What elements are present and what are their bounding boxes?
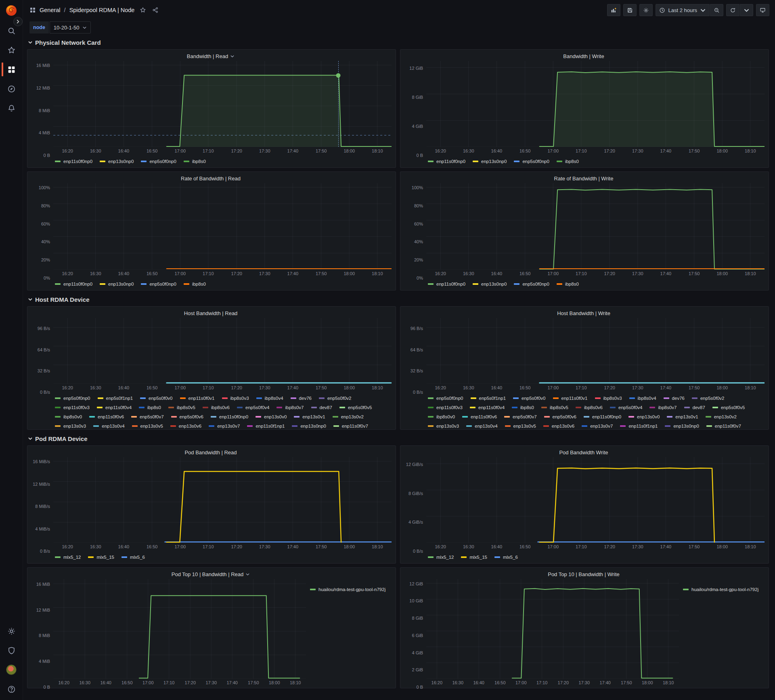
plot-area[interactable] <box>53 61 392 147</box>
panel-title[interactable]: Pod Bandwidth Write <box>403 448 765 457</box>
plot-area[interactable] <box>426 183 765 270</box>
legend-item[interactable]: huailou/rdma-test-gpu-tool-n792j <box>310 585 385 593</box>
legend-item[interactable]: enp5s0f0v0 <box>140 393 172 403</box>
panel-title[interactable]: Bandwidth | Read <box>30 52 392 61</box>
legend-item[interactable]: ibp8s0v5 <box>168 403 195 412</box>
legend-item[interactable]: enp11s0f0v6 <box>462 412 497 421</box>
legend-item[interactable]: ibp8s0 <box>184 157 206 166</box>
plot-area[interactable] <box>53 579 306 679</box>
legend-item[interactable]: dev76 <box>291 393 312 403</box>
legend-item[interactable]: enp13s0np0 <box>473 157 507 166</box>
sidebar-item-profile[interactable] <box>0 664 23 675</box>
legend-item[interactable]: enp5s0f0np0 <box>141 157 176 166</box>
legend-item[interactable]: enp13s0v6 <box>543 421 574 428</box>
refresh-button[interactable] <box>726 4 739 16</box>
legend-item[interactable]: mlx5_15 <box>461 552 487 562</box>
plot-area[interactable] <box>53 457 392 543</box>
legend-item[interactable]: enp13s0np0 <box>473 279 507 288</box>
legend-item[interactable]: ibp8s0v6 <box>576 403 603 412</box>
legend-item[interactable]: enp13s0np0 <box>665 421 699 428</box>
sidebar-item-alerting[interactable] <box>0 103 23 113</box>
variable-node-value-dropdown[interactable]: 10-20-1-50 <box>50 21 91 33</box>
legend-item[interactable]: dev87 <box>311 403 332 412</box>
legend-item[interactable]: enp11s0f0v1 <box>180 393 215 403</box>
legend-item[interactable]: dev76 <box>664 393 685 403</box>
legend-item[interactable]: enp11s0f0v6 <box>89 412 124 421</box>
legend-item[interactable]: enp5s0f0np0 <box>141 279 176 288</box>
legend-item[interactable]: enp5s0f1np1 <box>471 393 506 403</box>
legend-item[interactable]: enp13s0v2 <box>706 412 737 421</box>
plot-area[interactable] <box>53 183 392 270</box>
legend-item[interactable]: enp13s0v7 <box>582 421 613 428</box>
legend-item[interactable]: enp13s0v7 <box>209 421 240 428</box>
legend-item[interactable]: ibp8s0v4 <box>629 393 656 403</box>
legend-item[interactable]: ibp8s0 <box>512 403 534 412</box>
legend-item[interactable]: mlx5_15 <box>88 552 114 562</box>
plot-area[interactable] <box>426 318 765 384</box>
save-dashboard-button[interactable] <box>623 4 637 16</box>
legend-item[interactable]: enp11s0f1np1 <box>620 421 658 428</box>
legend-item[interactable]: enp11s0f0v1 <box>553 393 588 403</box>
legend-item[interactable]: enp11s0f0v4 <box>470 403 505 412</box>
legend-item[interactable]: enp11s0f0v3 <box>428 403 463 412</box>
legend-item[interactable]: enp13s0np0 <box>100 279 134 288</box>
legend-item[interactable]: enp13s0v6 <box>170 421 201 428</box>
legend-item[interactable]: enp11s0f0v3 <box>55 403 90 412</box>
share-icon[interactable] <box>152 7 159 13</box>
sidebar-item-configuration[interactable] <box>0 626 23 636</box>
legend-item[interactable]: ibp8s0v6 <box>203 403 230 412</box>
legend-item[interactable]: ibp8s0 <box>184 279 206 288</box>
legend-item[interactable]: ibp8s0v3 <box>222 393 249 403</box>
legend-item[interactable]: enp13s0v5 <box>505 421 536 428</box>
legend-item[interactable]: enp13s0v4 <box>466 421 497 428</box>
legend-item[interactable]: enp5s0f0v2 <box>692 393 724 403</box>
legend-item[interactable]: ibp8s0 <box>557 157 579 166</box>
dashboard-grid-icon[interactable] <box>29 7 36 13</box>
legend-item[interactable]: enp5s0f0np0 <box>55 393 90 403</box>
legend-item[interactable]: enp5s0f0v4 <box>610 403 642 412</box>
legend-item[interactable]: dev87 <box>684 403 705 412</box>
panel-title[interactable]: Rate of Bandwidth | Write <box>403 174 765 183</box>
panel-title[interactable]: Host Bandwidth | Read <box>30 309 392 318</box>
legend-item[interactable]: mlx5_12 <box>55 552 81 562</box>
section-physical-network-card[interactable]: Physical Network Card <box>28 37 769 48</box>
legend-item[interactable]: mlx5_12 <box>428 552 454 562</box>
legend-item[interactable]: enp5s0f1np1 <box>98 393 133 403</box>
legend-item[interactable]: enp5s0f0np0 <box>514 279 549 288</box>
legend-item[interactable]: ibp8s0 <box>139 403 161 412</box>
legend-item[interactable]: ibp8s0v5 <box>541 403 568 412</box>
sidebar-expand-button[interactable] <box>13 17 23 26</box>
legend-item[interactable]: ibp8s0v0 <box>55 412 82 421</box>
legend-item[interactable]: enp13s0v1 <box>667 412 698 421</box>
legend-item[interactable]: enp11s0f1np1 <box>247 421 285 428</box>
legend-item[interactable]: enp5s0f0v4 <box>237 403 269 412</box>
legend-item[interactable]: enp11s0f0np0 <box>584 412 621 421</box>
legend-item[interactable]: enp11s0f0v7 <box>333 421 368 428</box>
legend-item[interactable]: ibp8s0 <box>557 279 579 288</box>
plot-area[interactable] <box>426 61 765 147</box>
legend-item[interactable]: enp13s0v5 <box>132 421 163 428</box>
variable-node-label[interactable]: node <box>29 21 49 33</box>
legend-item[interactable]: enp11s0f0np0 <box>428 279 465 288</box>
refresh-interval-dropdown[interactable] <box>740 4 753 16</box>
legend-item[interactable]: enp5s0f0v7 <box>131 412 163 421</box>
section-pod-rdma-device[interactable]: Pod RDMA Device <box>28 433 769 444</box>
sidebar-item-help[interactable] <box>0 684 23 694</box>
legend-item[interactable]: mlx5_6 <box>121 552 145 562</box>
legend-item[interactable]: enp5s0f0v0 <box>513 393 545 403</box>
zoom-out-time-button[interactable] <box>710 4 723 16</box>
panel-title[interactable]: Pod Top 10 | Bandwidth | Write <box>403 570 765 579</box>
panel-title[interactable]: Pod Top 10 | Bandwidth | Read <box>30 570 392 579</box>
legend-item[interactable]: enp5s0f0np0 <box>514 157 549 166</box>
legend-item[interactable]: enp13s0np0 <box>292 421 326 428</box>
panel-title[interactable]: Host Bandwidth | Write <box>403 309 765 318</box>
legend-item[interactable]: enp13s0v3 <box>55 421 86 428</box>
legend-item[interactable]: enp11s0f0v4 <box>97 403 132 412</box>
legend-item[interactable]: enp5s0f0v7 <box>504 412 536 421</box>
legend-item[interactable]: enp13s0v4 <box>93 421 124 428</box>
legend-item[interactable]: ibp8s0v4 <box>256 393 283 403</box>
legend-item[interactable]: ibp8s0v0 <box>428 412 455 421</box>
section-host-rdma-device[interactable]: Host RDMA Device <box>28 294 769 305</box>
plot-area[interactable] <box>426 457 765 543</box>
sidebar-item-dashboards[interactable] <box>0 64 23 75</box>
